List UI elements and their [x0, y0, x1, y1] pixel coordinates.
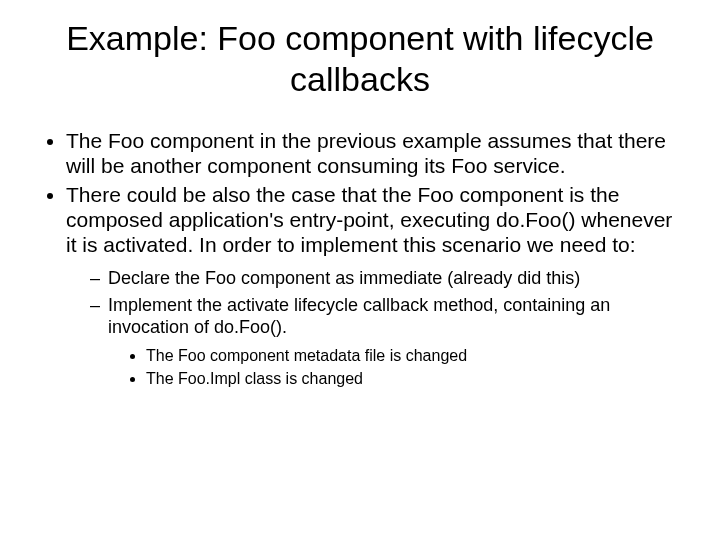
- bullet-list-level3: The Foo component metadata file is chang…: [108, 346, 684, 387]
- bullet-text: There could be also the case that the Fo…: [66, 183, 672, 256]
- bullet-item: There could be also the case that the Fo…: [66, 182, 684, 388]
- bullet-item: Implement the activate lifecycle callbac…: [94, 295, 684, 388]
- bullet-item: Declare the Foo component as immediate (…: [94, 268, 684, 290]
- bullet-text: Implement the activate lifecycle callbac…: [108, 295, 610, 337]
- slide: Example: Foo component with lifecycle ca…: [0, 0, 720, 540]
- bullet-item: The Foo.Impl class is changed: [146, 369, 684, 388]
- bullet-item: The Foo component metadata file is chang…: [146, 346, 684, 365]
- bullet-list-level2: Declare the Foo component as immediate (…: [66, 268, 684, 388]
- slide-title: Example: Foo component with lifecycle ca…: [36, 18, 684, 100]
- bullet-list-level1: The Foo component in the previous exampl…: [36, 128, 684, 388]
- bullet-item: The Foo component in the previous exampl…: [66, 128, 684, 178]
